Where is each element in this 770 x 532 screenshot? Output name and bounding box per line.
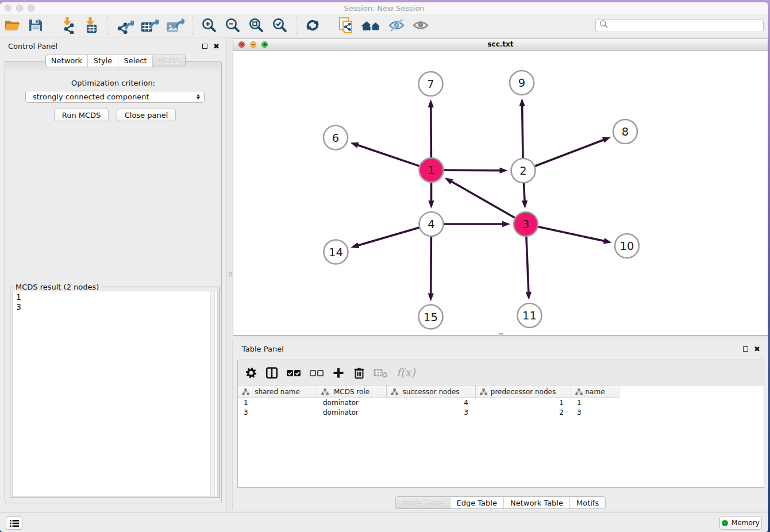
tab-select[interactable]: Select [118,55,152,67]
refresh-layout-button[interactable] [301,15,324,36]
zoom-selected-button[interactable] [268,15,291,36]
graph-edge-1-2[interactable] [444,168,508,174]
graph-node-14[interactable]: 14 [324,240,348,264]
zoom-in-button[interactable] [197,15,221,36]
mcds-result-text[interactable]: 1 3 [12,291,218,496]
graph-edge-3-1[interactable] [445,178,515,218]
cell-shared-name[interactable]: 1 [238,398,317,408]
graph-edge-1-7[interactable] [428,99,434,158]
cell-name[interactable]: 3 [571,408,619,418]
cell-predecessor-nodes[interactable]: 1 [476,398,571,408]
graph-node-label: 10 [620,240,634,253]
graph-edge-4-14[interactable] [351,228,419,248]
frame-close-button[interactable]: × [238,41,245,48]
tab-style[interactable]: Style [87,55,118,67]
column-header-successor-nodes[interactable]: successor nodes [387,385,476,398]
graph-edge-3-11[interactable] [526,237,532,300]
window-close-button[interactable] [5,5,11,11]
table-panel-float-icon[interactable] [743,346,748,352]
graph-node-8[interactable]: 8 [613,119,637,144]
split-panel-button[interactable] [261,363,282,383]
first-neighbors-button[interactable] [358,15,384,36]
graph-node-1[interactable]: 1 [419,158,444,182]
close-panel-button[interactable]: Close panel [117,109,176,121]
cell-shared-name[interactable]: 3 [238,408,317,418]
export-table-button[interactable] [137,15,162,36]
graph-node-15[interactable]: 15 [419,305,443,329]
graph-node-10[interactable]: 10 [615,234,639,258]
window-traffic-lights[interactable] [5,5,34,11]
unselect-all-columns-button[interactable] [305,363,328,383]
add-column-button[interactable] [328,363,349,383]
delete-column-button[interactable] [349,363,369,383]
cell-MCDS-role[interactable]: dominator [317,408,387,418]
graph-node-9[interactable]: 9 [510,71,534,95]
graph-edge-4-3[interactable] [444,221,510,227]
graph-edge-3-10[interactable] [538,227,612,244]
graph-node-3[interactable]: 3 [514,212,538,236]
table-row[interactable]: 1dominator411 [238,398,764,408]
cell-predecessor-nodes[interactable]: 2 [476,408,571,418]
save-session-button[interactable] [24,15,47,36]
column-header-shared-name[interactable]: shared name [238,385,317,398]
frame-zoom-button[interactable]: + [261,41,268,48]
tab-node-table[interactable]: Node Table [396,497,450,508]
splitter-grip-horizontal[interactable] [499,333,503,336]
graph-edge-4-15[interactable] [428,237,434,302]
zoom-fit-button[interactable] [244,15,268,36]
tab-network[interactable]: Network [46,55,87,67]
select-all-columns-button[interactable] [282,363,305,383]
hide-selected-button[interactable] [384,15,409,36]
window-minimize-button[interactable] [16,5,23,11]
mcds-result-scrollbar[interactable] [210,291,215,496]
show-all-button[interactable] [409,15,433,36]
graph-node-4[interactable]: 4 [419,212,444,236]
window-zoom-button[interactable] [28,5,34,11]
graph-node-7[interactable]: 7 [419,72,443,96]
tab-mcds[interactable]: MCDS [152,55,185,67]
frame-minimize-button[interactable]: − [250,41,256,48]
import-table-button[interactable] [80,15,103,36]
column-header-name[interactable]: name [571,385,619,398]
graph-node-2[interactable]: 2 [511,159,536,183]
graph-edge-1-6[interactable] [351,142,420,166]
control-panel-close-icon[interactable]: ✖ [213,43,220,50]
open-session-button[interactable] [0,15,24,36]
window-titlebar[interactable]: Session: New Session [0,2,768,14]
table-panel-close-icon[interactable]: ✖ [754,345,760,353]
cell-successor-nodes[interactable]: 4 [387,398,476,408]
network-graph[interactable]: 1 2 3 4 6 7 8 9 10 11 14 15 [233,51,768,336]
cell-successor-nodes[interactable]: 3 [387,408,476,418]
network-frame-titlebar[interactable]: × − + scc.txt [233,38,768,51]
import-network-button[interactable] [57,15,80,36]
control-panel-float-icon[interactable] [202,44,207,49]
table-settings-button[interactable] [241,363,261,383]
graph-edge-1-4[interactable] [428,183,434,209]
export-network-button[interactable] [113,15,137,36]
search-box[interactable] [595,19,764,32]
network-canvas[interactable]: 1 2 3 4 6 7 8 9 10 11 14 15 [233,51,768,335]
memory-button[interactable]: Memory [719,516,762,530]
table-row[interactable]: 3dominator323 [238,408,764,418]
splitter-grip-vertical[interactable] [229,272,232,276]
tab-network-table[interactable]: Network Table [503,497,569,508]
graph-edge-2-3[interactable] [522,183,528,209]
task-history-button[interactable] [6,516,22,530]
dropdown-arrows-icon [197,94,200,99]
export-image-button[interactable] [162,15,187,36]
graph-node-6[interactable]: 6 [324,126,348,150]
tab-motifs[interactable]: Motifs [569,497,605,508]
tab-edge-table[interactable]: Edge Table [449,497,503,508]
graph-node-11[interactable]: 11 [518,303,542,327]
graph-edge-2-9[interactable] [519,98,525,159]
cell-name[interactable]: 1 [571,398,619,408]
criterion-dropdown[interactable]: strongly connected component [25,91,205,103]
graph-edge-2-8[interactable] [535,137,611,167]
column-header-MCDS-role[interactable]: MCDS role [317,385,387,398]
search-input[interactable] [611,21,760,29]
cell-MCDS-role[interactable]: dominator [317,398,387,408]
zoom-out-button[interactable] [221,15,244,36]
column-header-predecessor-nodes[interactable]: predecessor nodes [476,385,571,398]
run-mcds-button[interactable]: Run MCDS [54,109,109,121]
new-network-from-selection-button[interactable] [334,15,358,36]
